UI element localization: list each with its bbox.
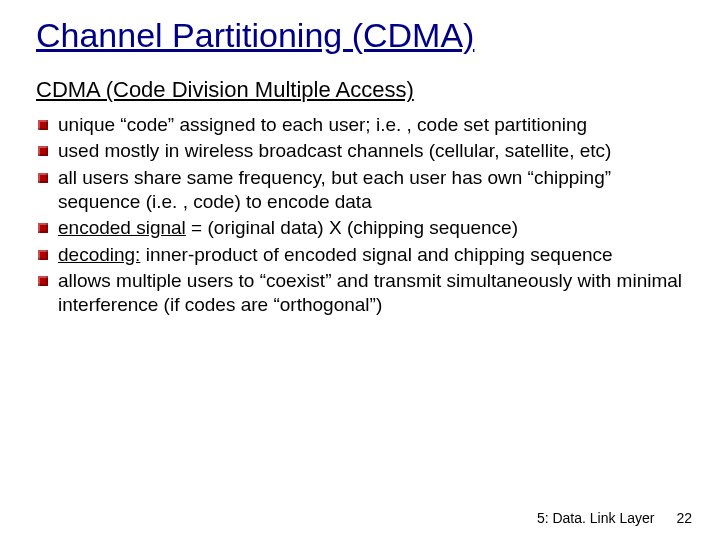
slide: Channel Partitioning (CDMA) CDMA (Code D… xyxy=(0,0,720,540)
slide-title: Channel Partitioning (CDMA) xyxy=(36,16,688,55)
bullet-text: used mostly in wireless broadcast channe… xyxy=(58,140,611,161)
bullet-text: = (original data) X (chipping sequence) xyxy=(186,217,518,238)
bullet-underline: encoded signal xyxy=(58,217,186,238)
list-item: decoding: inner-product of encoded signa… xyxy=(36,243,688,267)
list-item: allows multiple users to “coexist” and t… xyxy=(36,269,688,318)
list-item: encoded signal = (original data) X (chip… xyxy=(36,216,688,240)
bullet-text: unique “code” assigned to each user; i.e… xyxy=(58,114,587,135)
list-item: used mostly in wireless broadcast channe… xyxy=(36,139,688,163)
bullet-underline: decoding: xyxy=(58,244,140,265)
bullet-list: unique “code” assigned to each user; i.e… xyxy=(36,113,688,318)
list-item: all users share same frequency, but each… xyxy=(36,166,688,215)
slide-subtitle: CDMA (Code Division Multiple Access) xyxy=(36,77,688,103)
page-number: 22 xyxy=(676,510,692,526)
list-item: unique “code” assigned to each user; i.e… xyxy=(36,113,688,137)
footer: 5: Data. Link Layer 22 xyxy=(537,510,692,526)
bullet-text: inner-product of encoded signal and chip… xyxy=(140,244,612,265)
footer-text: 5: Data. Link Layer xyxy=(537,510,655,526)
bullet-text: allows multiple users to “coexist” and t… xyxy=(58,270,682,315)
bullet-text: all users share same frequency, but each… xyxy=(58,167,611,212)
